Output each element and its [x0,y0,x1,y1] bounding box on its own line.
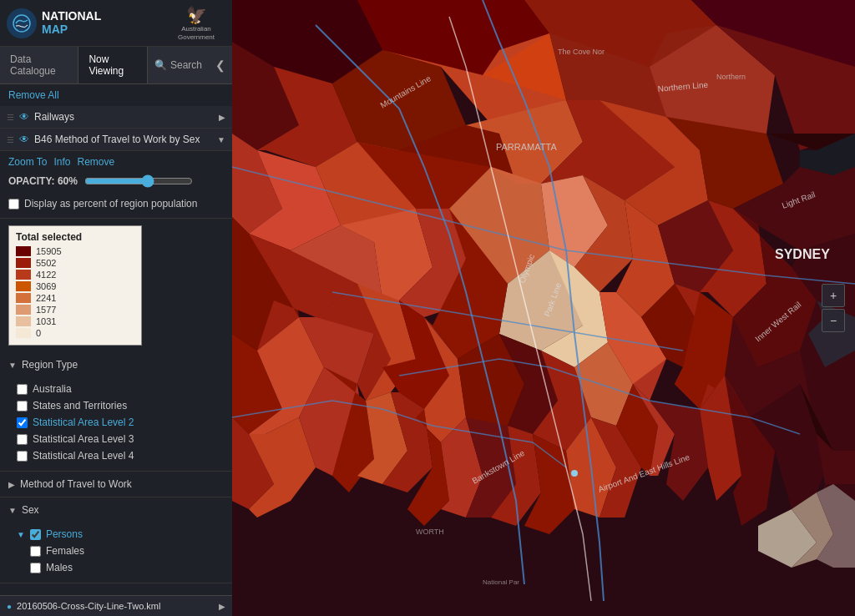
legend-row-0: 15905 [16,246,134,256]
svg-text:SYDNEY: SYDNEY [775,247,830,261]
remove-link[interactable]: Remove [77,156,114,168]
drag-handle-b46: ☰ [7,135,14,144]
legend-row-6: 1031 [16,316,134,326]
zoom-to-link[interactable]: Zoom To [8,156,47,168]
region-type-checkbox-4[interactable] [17,451,28,462]
svg-text:National Par: National Par [483,578,519,586]
sex-persons-label: Persons [46,528,83,540]
sex-sub-items: Females Males [17,543,224,576]
opacity-slider[interactable] [84,174,193,188]
legend-row-5: 1577 [16,305,134,315]
tab-data-catalogue[interactable]: Data Catalogue [0,47,78,83]
sex-sub-item-1: Males [30,559,224,576]
search-icon: 🔍 [154,59,167,71]
legend-swatch-2 [16,270,31,280]
legend-label-4: 2241 [36,293,56,303]
legend-row-1: 5502 [16,258,134,268]
region-type-item-3: Statistical Area Level 3 [17,431,224,447]
region-type-arrow: ▼ [8,361,17,370]
legend-row-2: 4122 [16,270,134,280]
region-type-checkbox-0[interactable] [17,384,28,395]
method-travel-label: Method of Travel to Work [20,478,132,490]
sex-header[interactable]: ▼ Sex [0,497,232,523]
display-percent-checkbox[interactable] [8,199,19,210]
tab-now-viewing[interactable]: Now Viewing [78,47,148,83]
logo-map: MAP [42,23,101,36]
sex-body: ▼ Persons Females Males [0,523,232,583]
map-navigation: + − [822,284,845,332]
legend-label-0: 15905 [36,246,62,256]
region-type-section: ▼ Region Type Australia States and Terri… [0,352,232,472]
legend-label-7: 0 [36,328,41,338]
sex-section: ▼ Sex ▼ Persons Females [0,497,232,583]
search-label: Search [170,59,202,71]
sex-sub-checkbox-0[interactable] [30,546,41,557]
sex-label: Sex [22,504,39,516]
legend-swatch-1 [16,258,31,268]
kml-expand[interactable]: ▶ [219,602,225,611]
legend-swatch-0 [16,246,31,256]
app-header: NATIONAL MAP 🦅 Australian Government [0,0,232,47]
bottom-bar: ● 20160506-Cross-City-Line-Two.kml ▶ [0,595,232,616]
zoom-out-button[interactable]: − [822,309,845,332]
legend-swatch-3 [16,281,31,291]
region-type-checkbox-1[interactable] [17,401,28,412]
region-type-header[interactable]: ▼ Region Type [0,352,232,377]
opacity-label: OPACITY: 60% [8,175,78,187]
zoom-in-button[interactable]: + [822,284,845,307]
layer-controls: Zoom To Info Remove OPACITY: 60% Display… [0,151,232,219]
region-type-item-label-4: Statistical Area Level 4 [33,450,134,462]
layer-railways[interactable]: ☰ 👁 Railways ▶ [0,106,232,129]
svg-point-104 [571,470,578,477]
remove-all-button[interactable]: Remove All [0,84,232,106]
sex-sub-checkbox-1[interactable] [30,563,41,573]
legend-swatch-4 [16,293,31,303]
opacity-row: OPACITY: 60% [8,174,224,188]
region-type-item-label-3: Statistical Area Level 3 [33,433,134,445]
legend-swatch-5 [16,305,31,315]
display-percent-row: Display as percent of region population [8,194,224,213]
sex-sub-label-0: Females [46,545,84,557]
region-type-checkbox-3[interactable] [17,434,28,445]
layer-b46[interactable]: ☰ 👁 B46 Method of Travel to Work by Sex … [0,129,232,151]
layer-b46-label: B46 Method of Travel to Work by Sex [34,134,217,145]
logo-national: NATIONAL [42,10,101,23]
sex-arrow: ▼ [8,506,17,515]
b46-expand[interactable]: ▼ [217,135,225,144]
legend-row-4: 2241 [16,293,134,303]
info-link[interactable]: Info [53,156,70,168]
svg-text:PARRAMATTA: PARRAMATTA [496,142,557,152]
region-type-item-0: Australia [17,381,224,397]
sex-persons-checkbox[interactable] [30,529,41,540]
logo-icon [7,8,37,38]
eye-icon-railways: 👁 [19,111,29,123]
legend-label-2: 4122 [36,270,56,280]
region-type-item-label-0: Australia [33,383,72,395]
logo-area: NATIONAL MAP [7,8,101,38]
legend-label-3: 3069 [36,281,56,291]
region-type-item-label-1: States and Territories [33,400,127,412]
search-area[interactable]: 🔍 Search [148,54,209,76]
region-type-item-4: Statistical Area Level 4 [17,447,224,464]
legend-rows: 15905 5502 4122 3069 2241 1577 1031 0 [16,246,134,338]
map-svg: Mountains Line Northern Line Olympic Par… [232,0,855,616]
region-type-item-label-2: Statistical Area Level 2 [33,417,134,428]
legend-swatch-6 [16,316,31,326]
legend-row-3: 3069 [16,281,134,291]
govt-label: Australian Government [167,25,225,41]
railways-expand[interactable]: ▶ [219,113,225,122]
method-travel-section: ▶ Method of Travel to Work [0,472,232,497]
map-area[interactable]: Mountains Line Northern Line Olympic Par… [232,0,855,616]
legend-label-5: 1577 [36,305,56,315]
collapse-button[interactable]: ❮ [209,53,232,77]
nav-tabs: Data Catalogue Now Viewing 🔍 Search ❮ [0,47,232,84]
method-travel-header[interactable]: ▶ Method of Travel to Work [0,472,232,497]
logo-text: NATIONAL MAP [42,10,101,36]
kml-label: 20160506-Cross-City-Line-Two.kml [17,601,214,611]
region-type-checkbox-2[interactable] [17,417,28,428]
method-travel-arrow: ▶ [8,480,15,489]
legend-row-7: 0 [16,328,134,338]
kml-icon: ● [7,602,12,611]
display-percent-label: Display as percent of region population [24,198,197,210]
govt-logo: 🦅 Australian Government [167,5,225,41]
